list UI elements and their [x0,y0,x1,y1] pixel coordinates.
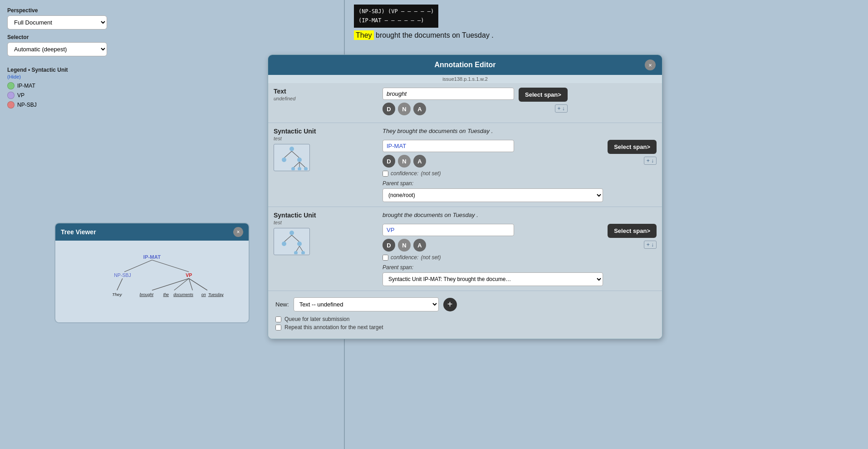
ae-repeat-row: Repeat this annotation for the next targ… [275,324,655,331]
select-span-su2-button[interactable]: Select span> [608,224,657,238]
tree-node-vp: VP [186,272,192,278]
legend-title: Legend • Syntactic Unit [7,67,68,73]
su1-tree-line-r2r [299,162,306,168]
perspective-select[interactable]: Full Document [7,15,107,30]
tree-leaf-tuesday: Tuesday [208,292,224,297]
tree-leaf-on: on [201,292,206,297]
tree-leaf-documents: documents [173,292,193,297]
su2-tree-leaf1 [294,251,298,254]
ae-header: Annotation Editor × [268,55,662,75]
legend-label-np-sbj: NP-SBJ [17,102,37,108]
badge-n-text[interactable]: N [398,103,411,115]
token-on: on [452,31,462,39]
su1-tree-leaf1 [291,167,295,170]
ae-su2-confidence: confidence: (not set) [383,254,603,261]
expand-text-icon[interactable]: + ↓ [555,104,568,113]
badge-a-su1[interactable]: A [413,155,426,168]
badge-a-text[interactable]: A [413,103,426,115]
token-the: the [402,31,415,39]
tree-viewer-header: Tree Viewer × [55,223,249,241]
su1-tree-root [289,147,294,151]
ae-su2-title: Syntactic Unit [274,212,378,219]
ae-bottom: New: Text -- undefined Syntactic Unit --… [268,291,662,339]
su1-tree-left [282,158,286,162]
su2-tree-left [282,242,286,246]
select-span-text-button[interactable]: Select span> [519,88,568,102]
legend-item-ip-mat: IP-MAT [7,82,115,89]
token-they: They [354,30,374,40]
ae-su2-subtitle: test [274,220,378,225]
ae-text-section: Text undefined D N A Select span> + ↓ [268,83,662,123]
ae-syntactic-unit-2-section: Syntactic Unit test brought the document… [268,207,662,291]
ae-su2-badges: D N A [383,239,603,252]
su1-tree-leaf3 [304,167,308,170]
tree-viewer-svg: IP-MAT NP-SBJ VP They brought the docume… [64,250,240,309]
ae-subtitle: issue138.p.1.s.1.w.2 [268,75,662,83]
token-tuesday: Tuesday [462,31,491,39]
su1-tree-line-l [284,151,292,158]
legend-dot-np-sbj [7,101,15,109]
legend-item-vp: VP [7,92,115,99]
ae-text-section-right: D N A Select span> + ↓ [383,88,657,118]
sentence-area: (NP-SBJ) (VP — — — — —) (IP-MAT — — — — … [345,0,868,44]
tree-leaf-period: . [223,292,224,297]
sentence-header-line1: (NP-SBJ) (VP — — — — —) [358,7,434,16]
su2-tree-line-r2l [296,246,299,252]
tree-line-vp-on [189,278,207,290]
legend-label-ip-mat: IP-MAT [17,83,35,89]
ae-su2-tree-thumb [274,228,310,255]
su1-tree-right [297,158,302,162]
tree-line-right [152,260,189,272]
ae-su1-tree-svg [276,145,308,170]
tree-leaf-brought: brought [140,292,154,297]
badge-n-su1[interactable]: N [398,155,411,168]
tree-viewer-body: IP-MAT NP-SBJ VP They brought the docume… [55,241,249,322]
token-period: . [491,31,493,39]
tree-viewer-close-button[interactable]: × [233,227,243,237]
ae-su2-value-input[interactable] [383,224,514,236]
select-span-su1-button[interactable]: Select span> [608,140,657,154]
ae-repeat-checkbox[interactable] [275,325,281,331]
ae-su1-tree-thumb [274,144,310,171]
badge-a-su2[interactable]: A [413,239,426,252]
tree-node-np-sbj: NP-SBJ [114,272,131,278]
ae-close-button[interactable]: × [645,59,656,70]
ae-su1-value-input[interactable] [383,140,514,152]
expand-su1-icon[interactable]: + ↓ [644,157,657,165]
ae-su1-parent-select[interactable]: (none/root) [383,188,603,202]
ae-su1-subtitle: test [274,136,378,141]
legend-hide-link[interactable]: (Hide) [7,74,21,79]
perspective-label: Perspective [7,7,115,14]
ae-su1-confidence-checkbox[interactable] [383,171,388,177]
ae-su1-sentence: They brought the documents on Tuesday . [383,128,657,134]
badge-d-su1[interactable]: D [383,155,395,168]
tree-line-vp-brought [152,278,189,290]
legend-dot-vp [7,92,15,99]
ae-su1-confidence-label: confidence: [391,170,418,177]
su2-tree-root [289,231,294,235]
ae-text-subtitle: undefined [274,96,378,101]
ae-text-input[interactable] [383,88,514,100]
badge-d-text[interactable]: D [383,103,395,115]
ae-su2-parent-select[interactable]: Syntactic Unit IP-MAT: They brought the … [383,272,603,286]
expand-su2-icon[interactable]: + ↓ [644,241,657,249]
ae-new-select[interactable]: Text -- undefined Syntactic Unit -- test [294,297,439,311]
ae-queue-row: Queue for later submission [275,316,655,322]
ae-su2-tree-svg [276,229,308,254]
ae-text-section-left: Text undefined [274,88,378,101]
ae-su2-confidence-value: (not set) [421,254,441,261]
ae-new-row: New: Text -- undefined Syntactic Unit --… [275,297,655,311]
badge-d-su2[interactable]: D [383,239,395,252]
ae-syntactic-unit-1-section: Syntactic Unit test They [268,123,662,207]
su2-tree-right [297,242,302,246]
selector-select[interactable]: Automatic (deepest) [7,42,107,56]
ae-add-button[interactable]: + [443,298,457,311]
ae-su2-confidence-checkbox[interactable] [383,255,388,261]
tree-viewer-title: Tree Viewer [61,228,96,236]
ae-text-title: Text [274,88,378,95]
ae-su1-badges: D N A [383,155,603,168]
ae-title: Annotation Editor [285,61,645,69]
su2-tree-line-l [284,235,292,242]
ae-queue-checkbox[interactable] [275,316,281,322]
badge-n-su2[interactable]: N [398,239,411,252]
